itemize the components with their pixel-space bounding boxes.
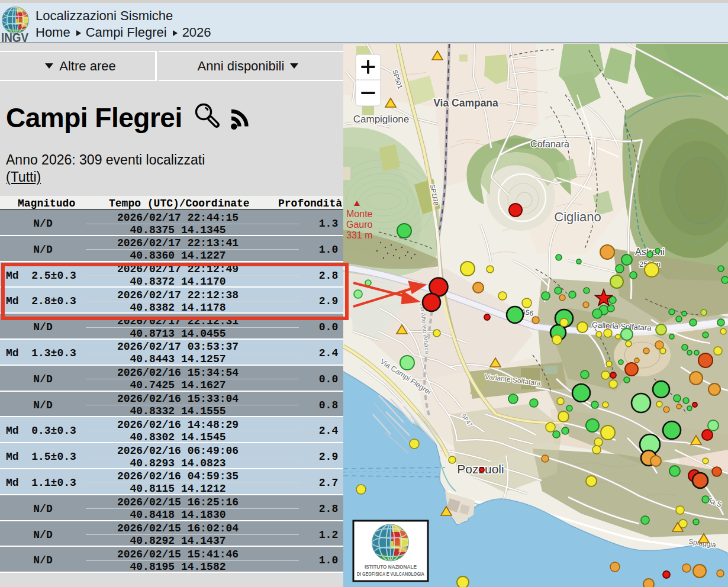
svg-text:ISTITUTO NAZIONALE: ISTITUTO NAZIONALE bbox=[365, 564, 417, 570]
svg-text:Via Campana: Via Campana bbox=[433, 97, 498, 109]
svg-text:Gauro: Gauro bbox=[346, 220, 373, 230]
svg-text:INGV: INGV bbox=[1, 30, 28, 43]
svg-text:Campiglione: Campiglione bbox=[353, 114, 410, 125]
svg-text:Cofanara: Cofanara bbox=[530, 139, 569, 149]
svg-text:Monte: Monte bbox=[346, 209, 373, 219]
svg-text:331 m: 331 m bbox=[346, 230, 372, 240]
svg-text:DI GEOFISICA E VULCANOLOGIA: DI GEOFISICA E VULCANOLOGIA bbox=[357, 571, 424, 577]
svg-text:Cigliano: Cigliano bbox=[554, 209, 601, 224]
